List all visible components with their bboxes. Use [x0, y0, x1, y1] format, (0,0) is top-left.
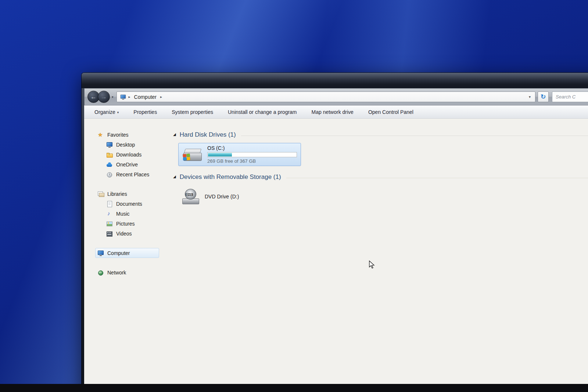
- properties-button[interactable]: Properties: [133, 109, 157, 115]
- breadcrumb-computer[interactable]: Computer: [133, 93, 158, 101]
- sidebar-label: Videos: [116, 231, 132, 237]
- sidebar-item-documents[interactable]: Documents: [84, 199, 167, 209]
- navigation-pane: ★ Favorites Desktop ↓ Downloads OneDrive: [84, 119, 167, 392]
- address-bar[interactable]: ▸ Computer ▸ ▾: [116, 91, 535, 102]
- computer-icon-small: [120, 94, 126, 99]
- search-placeholder: Search C: [556, 94, 576, 100]
- toolbar-item-label: System properties: [172, 109, 213, 115]
- star-icon: ★: [97, 132, 104, 138]
- recent-pages-dropdown-caret[interactable]: ▾: [112, 95, 114, 99]
- group-header-hard-disk-drives[interactable]: ◢ Hard Disk Drives (1): [173, 130, 588, 139]
- toolbar-item-label: Map network drive: [312, 109, 354, 115]
- documents-icon: [106, 201, 113, 207]
- refresh-button[interactable]: ↻: [538, 91, 549, 102]
- explorer-window: ← → ▾ ▸ Computer ▸ ▾ ↻ Search C Organize…: [82, 73, 588, 392]
- toolbar-item-label: Properties: [133, 109, 157, 115]
- drive-name: OS (C:): [207, 145, 297, 151]
- dvd-disc-label: DVD: [186, 193, 193, 196]
- videos-icon: [106, 231, 113, 237]
- sidebar-label: OneDrive: [116, 162, 138, 168]
- toolbar-item-label: Open Control Panel: [368, 109, 413, 115]
- group-header-label: Devices with Removable Storage (1): [180, 173, 281, 181]
- breadcrumb-arrow-icon[interactable]: ▸: [160, 95, 162, 99]
- breadcrumb-arrow-icon[interactable]: ▸: [129, 95, 130, 99]
- monitor-bezel: [0, 384, 588, 392]
- sidebar-item-desktop[interactable]: Desktop: [84, 140, 167, 150]
- star-glyph: ★: [98, 132, 103, 138]
- sidebar-section-favorites: ★ Favorites Desktop ↓ Downloads OneDrive: [84, 130, 167, 179]
- sidebar-section-computer: Computer: [84, 248, 167, 258]
- sidebar-section-libraries: Libraries Documents ♪ Music Pictures: [84, 189, 167, 238]
- group-expander-icon[interactable]: ◢: [173, 175, 176, 179]
- sidebar-item-computer[interactable]: Computer: [95, 248, 159, 258]
- group-header-rule: [241, 136, 588, 136]
- sidebar-item-network[interactable]: Network: [84, 267, 167, 277]
- sidebar-item-onedrive[interactable]: OneDrive: [84, 159, 167, 169]
- address-dropdown-caret[interactable]: ▾: [527, 95, 532, 99]
- sidebar-item-videos[interactable]: Videos: [84, 229, 167, 238]
- drive-dvd-d[interactable]: DVD DVD Drive (D:): [178, 187, 270, 206]
- refresh-icon: ↻: [541, 93, 546, 101]
- sidebar-label: Downloads: [116, 152, 141, 158]
- drive-info: OS (C:) 269 GB free of 367 GB: [207, 145, 297, 164]
- libraries-icon: [97, 191, 104, 197]
- sidebar-label: Computer: [107, 250, 130, 256]
- navigation-bar: ← → ▾ ▸ Computer ▸ ▾ ↻ Search C: [84, 88, 588, 105]
- sidebar-item-favorites[interactable]: ★ Favorites: [84, 130, 167, 140]
- sidebar-item-music[interactable]: ♪ Music: [84, 209, 167, 219]
- music-note-glyph: ♪: [107, 211, 110, 216]
- sidebar-label: Music: [116, 211, 130, 217]
- forward-button[interactable]: →: [98, 91, 110, 103]
- toolbar-item-label: Organize: [94, 109, 115, 115]
- sidebar-label: Desktop: [116, 142, 135, 148]
- pictures-icon: [106, 221, 113, 227]
- capacity-fill: [208, 153, 232, 157]
- sidebar-label: Pictures: [116, 221, 135, 227]
- group-expander-icon[interactable]: ◢: [173, 132, 176, 136]
- open-control-panel-button[interactable]: Open Control Panel: [368, 109, 413, 115]
- sidebar-item-pictures[interactable]: Pictures: [84, 219, 167, 229]
- network-icon: [97, 270, 104, 276]
- downloads-icon: ↓: [106, 152, 113, 158]
- file-list-pane: ◢ Hard Disk Drives (1): [167, 119, 588, 392]
- group-header-rule: [286, 178, 588, 178]
- sidebar-item-recent-places[interactable]: Recent Places: [84, 169, 167, 179]
- drive-name: DVD Drive (D:): [205, 194, 239, 199]
- sidebar-section-network: Network: [84, 267, 167, 277]
- mouse-cursor: [369, 260, 377, 269]
- map-network-drive-button[interactable]: Map network drive: [312, 109, 354, 115]
- organize-button[interactable]: Organize ▾: [94, 109, 119, 115]
- sidebar-label: Recent Places: [116, 172, 149, 177]
- recent-places-icon: [106, 172, 113, 177]
- forward-arrow-icon: →: [101, 93, 107, 101]
- group-header-label: Hard Disk Drives (1): [180, 131, 236, 139]
- music-icon: ♪: [106, 211, 113, 217]
- onedrive-icon: [106, 162, 113, 168]
- group-removable-storage: ◢ Devices with Removable Storage (1) DVD…: [173, 173, 588, 206]
- window-client-area: Organize ▾ Properties System properties …: [84, 105, 588, 392]
- sidebar-item-libraries[interactable]: Libraries: [84, 189, 167, 199]
- hard-drive-icon: [182, 146, 203, 163]
- windows-flag-icon: [183, 154, 190, 161]
- group-header-removable-storage[interactable]: ◢ Devices with Removable Storage (1): [173, 173, 588, 181]
- back-arrow-icon: ←: [90, 93, 97, 101]
- sidebar-label: Documents: [116, 201, 142, 207]
- dvd-drive-icon: DVD: [181, 188, 200, 205]
- window-titlebar[interactable]: [82, 73, 588, 88]
- desktop-icon: [106, 142, 113, 148]
- drive-os-c[interactable]: OS (C:) 269 GB free of 367 GB: [178, 143, 301, 166]
- toolbar-item-label: Uninstall or change a program: [228, 109, 297, 115]
- search-input[interactable]: Search C: [552, 91, 588, 102]
- download-arrow-glyph: ↓: [108, 151, 110, 156]
- caret-down-icon: ▾: [117, 111, 119, 114]
- group-hard-disk-drives: ◢ Hard Disk Drives (1): [173, 130, 588, 166]
- sidebar-label: Network: [107, 270, 126, 276]
- command-toolbar: Organize ▾ Properties System properties …: [84, 105, 588, 119]
- system-properties-button[interactable]: System properties: [172, 109, 213, 115]
- computer-icon: [97, 250, 104, 256]
- sidebar-label: Libraries: [107, 191, 127, 197]
- drive-free-text: 269 GB free of 367 GB: [207, 158, 297, 164]
- sidebar-label: Favorites: [107, 132, 129, 138]
- uninstall-program-button[interactable]: Uninstall or change a program: [228, 109, 297, 115]
- sidebar-item-downloads[interactable]: ↓ Downloads: [84, 150, 167, 159]
